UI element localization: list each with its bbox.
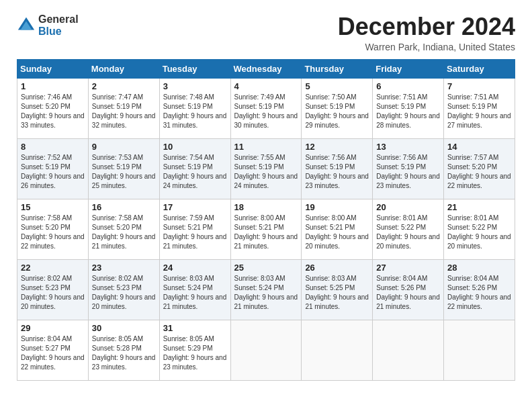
day-number: 27 xyxy=(376,263,440,273)
day-cell-11: 11Sunrise: 7:55 AMSunset: 5:19 PMDayligh… xyxy=(230,138,302,199)
day-cell-27: 27Sunrise: 8:04 AMSunset: 5:26 PMDayligh… xyxy=(373,259,444,320)
day-number: 20 xyxy=(376,202,440,212)
weekday-header-friday: Friday xyxy=(373,59,444,78)
day-cell-4: 4Sunrise: 7:49 AMSunset: 5:19 PMDaylight… xyxy=(230,78,302,138)
location: Warren Park, Indiana, United States xyxy=(338,42,515,52)
day-info: Sunrise: 7:56 AMSunset: 5:19 PMDaylight:… xyxy=(305,153,369,191)
day-info: Sunrise: 7:51 AMSunset: 5:19 PMDaylight:… xyxy=(376,93,440,130)
empty-cell xyxy=(302,320,373,380)
day-number: 19 xyxy=(305,202,369,212)
day-cell-6: 6Sunrise: 7:51 AMSunset: 5:19 PMDaylight… xyxy=(373,78,444,138)
day-number: 24 xyxy=(163,263,227,273)
day-cell-31: 31Sunrise: 8:05 AMSunset: 5:29 PMDayligh… xyxy=(159,320,230,380)
day-info: Sunrise: 7:52 AMSunset: 5:19 PMDaylight:… xyxy=(21,153,85,191)
day-number: 25 xyxy=(234,263,298,273)
day-number: 2 xyxy=(92,81,156,91)
logo-text: General Blue xyxy=(38,13,79,37)
day-cell-19: 19Sunrise: 8:00 AMSunset: 5:21 PMDayligh… xyxy=(302,199,373,259)
day-info: Sunrise: 7:48 AMSunset: 5:19 PMDaylight:… xyxy=(163,93,227,130)
day-cell-29: 29Sunrise: 8:04 AMSunset: 5:27 PMDayligh… xyxy=(17,320,89,380)
title-block: December 2024 Warren Park, Indiana, Unit… xyxy=(338,13,515,52)
day-cell-25: 25Sunrise: 8:03 AMSunset: 5:24 PMDayligh… xyxy=(230,259,302,320)
day-cell-24: 24Sunrise: 8:03 AMSunset: 5:24 PMDayligh… xyxy=(159,259,230,320)
empty-cell xyxy=(373,320,444,380)
day-info: Sunrise: 7:57 AMSunset: 5:20 PMDaylight:… xyxy=(447,153,511,191)
day-number: 11 xyxy=(234,142,298,152)
day-info: Sunrise: 8:05 AMSunset: 5:29 PMDaylight:… xyxy=(163,334,227,372)
day-info: Sunrise: 8:02 AMSunset: 5:23 PMDaylight:… xyxy=(21,274,85,312)
day-cell-12: 12Sunrise: 7:56 AMSunset: 5:19 PMDayligh… xyxy=(302,138,373,199)
day-number: 14 xyxy=(447,142,511,152)
week-row-3: 15Sunrise: 7:58 AMSunset: 5:20 PMDayligh… xyxy=(17,199,515,259)
day-cell-5: 5Sunrise: 7:50 AMSunset: 5:19 PMDaylight… xyxy=(302,78,373,138)
day-cell-14: 14Sunrise: 7:57 AMSunset: 5:20 PMDayligh… xyxy=(444,138,515,199)
week-row-5: 29Sunrise: 8:04 AMSunset: 5:27 PMDayligh… xyxy=(17,320,515,380)
day-info: Sunrise: 7:59 AMSunset: 5:21 PMDaylight:… xyxy=(163,214,227,251)
weekday-header-monday: Monday xyxy=(88,59,159,78)
day-number: 3 xyxy=(163,81,227,91)
day-info: Sunrise: 8:04 AMSunset: 5:26 PMDaylight:… xyxy=(376,274,440,312)
day-number: 29 xyxy=(21,323,85,333)
day-number: 16 xyxy=(92,202,156,212)
weekday-header-row: SundayMondayTuesdayWednesdayThursdayFrid… xyxy=(17,59,515,78)
day-number: 18 xyxy=(234,202,298,212)
day-info: Sunrise: 7:53 AMSunset: 5:19 PMDaylight:… xyxy=(92,153,156,191)
day-cell-20: 20Sunrise: 8:01 AMSunset: 5:22 PMDayligh… xyxy=(373,199,444,259)
weekday-header-wednesday: Wednesday xyxy=(230,59,302,78)
day-number: 22 xyxy=(21,263,85,273)
day-cell-21: 21Sunrise: 8:01 AMSunset: 5:22 PMDayligh… xyxy=(444,199,515,259)
day-info: Sunrise: 7:49 AMSunset: 5:19 PMDaylight:… xyxy=(234,93,298,130)
week-row-4: 22Sunrise: 8:02 AMSunset: 5:23 PMDayligh… xyxy=(17,259,515,320)
day-number: 10 xyxy=(163,142,227,152)
day-number: 15 xyxy=(21,202,85,212)
day-info: Sunrise: 8:00 AMSunset: 5:21 PMDaylight:… xyxy=(305,214,369,251)
day-number: 5 xyxy=(305,81,369,91)
day-number: 4 xyxy=(234,81,298,91)
day-number: 28 xyxy=(447,263,511,273)
day-info: Sunrise: 8:04 AMSunset: 5:26 PMDaylight:… xyxy=(447,274,511,312)
day-info: Sunrise: 7:58 AMSunset: 5:20 PMDaylight:… xyxy=(92,214,156,251)
weekday-header-tuesday: Tuesday xyxy=(159,59,230,78)
logo-blue-text: Blue xyxy=(38,26,79,38)
day-cell-30: 30Sunrise: 8:05 AMSunset: 5:28 PMDayligh… xyxy=(88,320,159,380)
empty-cell xyxy=(444,320,515,380)
day-cell-22: 22Sunrise: 8:02 AMSunset: 5:23 PMDayligh… xyxy=(17,259,89,320)
day-info: Sunrise: 7:50 AMSunset: 5:19 PMDaylight:… xyxy=(305,93,369,130)
day-info: Sunrise: 8:03 AMSunset: 5:24 PMDaylight:… xyxy=(163,274,227,312)
day-info: Sunrise: 8:04 AMSunset: 5:27 PMDaylight:… xyxy=(21,334,85,372)
month-title: December 2024 xyxy=(338,13,515,40)
day-cell-17: 17Sunrise: 7:59 AMSunset: 5:21 PMDayligh… xyxy=(159,199,230,259)
day-cell-23: 23Sunrise: 8:02 AMSunset: 5:23 PMDayligh… xyxy=(88,259,159,320)
day-info: Sunrise: 7:56 AMSunset: 5:19 PMDaylight:… xyxy=(376,153,440,191)
day-cell-18: 18Sunrise: 8:00 AMSunset: 5:21 PMDayligh… xyxy=(230,199,302,259)
day-info: Sunrise: 7:47 AMSunset: 5:19 PMDaylight:… xyxy=(92,93,156,130)
day-info: Sunrise: 8:02 AMSunset: 5:23 PMDaylight:… xyxy=(92,274,156,312)
day-number: 7 xyxy=(447,81,511,91)
day-number: 23 xyxy=(92,263,156,273)
day-number: 17 xyxy=(163,202,227,212)
calendar-table: SundayMondayTuesdayWednesdayThursdayFrid… xyxy=(17,59,515,381)
empty-cell xyxy=(230,320,302,380)
day-info: Sunrise: 7:51 AMSunset: 5:19 PMDaylight:… xyxy=(447,93,511,130)
day-cell-28: 28Sunrise: 8:04 AMSunset: 5:26 PMDayligh… xyxy=(444,259,515,320)
weekday-header-thursday: Thursday xyxy=(302,59,373,78)
day-info: Sunrise: 7:58 AMSunset: 5:20 PMDaylight:… xyxy=(21,214,85,251)
day-info: Sunrise: 8:05 AMSunset: 5:28 PMDaylight:… xyxy=(92,334,156,372)
page-header: General Blue December 2024 Warren Park, … xyxy=(17,13,515,52)
day-info: Sunrise: 8:01 AMSunset: 5:22 PMDaylight:… xyxy=(447,214,511,251)
weekday-header-saturday: Saturday xyxy=(444,59,515,78)
day-number: 31 xyxy=(163,323,227,333)
day-number: 12 xyxy=(305,142,369,152)
day-number: 1 xyxy=(21,81,85,91)
day-info: Sunrise: 8:03 AMSunset: 5:24 PMDaylight:… xyxy=(234,274,298,312)
day-cell-1: 1Sunrise: 7:46 AMSunset: 5:20 PMDaylight… xyxy=(17,78,89,138)
day-info: Sunrise: 8:00 AMSunset: 5:21 PMDaylight:… xyxy=(234,214,298,251)
day-cell-26: 26Sunrise: 8:03 AMSunset: 5:25 PMDayligh… xyxy=(302,259,373,320)
day-cell-2: 2Sunrise: 7:47 AMSunset: 5:19 PMDaylight… xyxy=(88,78,159,138)
logo-icon xyxy=(17,16,36,35)
week-row-2: 8Sunrise: 7:52 AMSunset: 5:19 PMDaylight… xyxy=(17,138,515,199)
day-number: 6 xyxy=(376,81,440,91)
day-info: Sunrise: 7:46 AMSunset: 5:20 PMDaylight:… xyxy=(21,93,85,130)
day-number: 26 xyxy=(305,263,369,273)
day-cell-13: 13Sunrise: 7:56 AMSunset: 5:19 PMDayligh… xyxy=(373,138,444,199)
